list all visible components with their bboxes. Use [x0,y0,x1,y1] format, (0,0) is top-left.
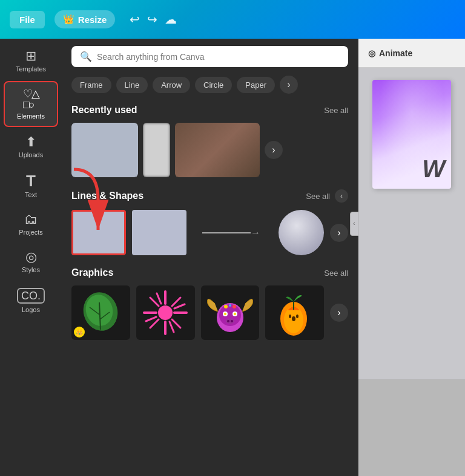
svg-point-34 [296,315,298,318]
svg-line-16 [174,304,185,308]
lines-shapes-title: Lines & Shapes [71,191,143,201]
animate-bar: ◎ Animate [358,39,465,68]
recent-square-shape [71,123,138,177]
uploads-icon: ⬆ [25,135,36,149]
bottom-panel [358,379,465,476]
sidebar-item-templates[interactable]: ⊞ Templates [4,44,58,79]
svg-line-17 [146,317,156,321]
chip-frame[interactable]: Frame [71,77,111,93]
svg-point-26 [231,320,233,322]
chip-circle[interactable]: Circle [195,77,232,93]
graphics-title: Graphics [71,267,113,278]
redo-button[interactable]: ↪ [147,12,157,27]
svg-point-25 [227,320,229,322]
sidebar-item-text[interactable]: T Text [4,167,58,204]
arrow-head-icon: → [251,227,260,238]
shape-line-arrow[interactable]: → [193,210,272,255]
svg-point-28 [232,305,236,308]
list-item[interactable] [136,285,195,340]
papaya-graphic [271,289,319,337]
recent-photo [175,123,260,177]
shapes-scroll-right[interactable]: › [330,224,348,242]
projects-label: Projects [19,229,43,236]
svg-line-15 [170,322,174,332]
animate-icon: ◎ [368,48,375,58]
list-item[interactable] [71,123,138,177]
recently-used-grid: › [71,123,348,177]
styles-icon: ◎ [25,250,37,264]
sunburst-graphic [140,289,191,337]
recently-used-scroll-right[interactable]: › [265,141,283,159]
svg-line-14 [157,293,161,304]
canvas-card: W [372,80,451,189]
svg-point-23 [234,313,236,315]
svg-point-5 [158,305,173,320]
panel-collapse-button[interactable]: ‹ [350,212,358,236]
elements-panel: 🔍 Frame Line Arrow Circle Paper › Recent… [62,39,358,476]
undo-button[interactable]: ↩ [130,12,140,27]
elements-icon: ♡△□○ [23,88,39,110]
list-item[interactable] [143,123,170,177]
recent-rect-shape [143,123,170,177]
header-actions: ↩ ↪ ☁ [130,12,177,27]
chip-paper[interactable]: Paper [237,77,275,93]
canvas-preview: W ‹ [358,68,465,379]
svg-point-29 [229,304,231,307]
sidebar-item-logos[interactable]: CO. Logos [4,282,58,319]
graphics-header: Graphics See all [71,267,348,278]
shape-circle[interactable] [279,210,324,255]
photo-placeholder [175,123,260,177]
list-item[interactable] [175,123,260,177]
shape-square[interactable] [132,210,186,255]
animate-button[interactable]: ◎ Animate [368,48,412,58]
text-label: Text [25,191,37,198]
graphics-scroll-right[interactable]: › [330,304,348,322]
animate-label: Animate [379,48,412,58]
uploads-label: Uploads [19,151,43,158]
app-header: File 👑 Resize ↩ ↪ ☁ [0,0,465,39]
lines-shapes-grid: → › [71,210,348,255]
bull-skull-graphic [203,289,257,337]
graphics-grid: 👑 [71,285,348,340]
line-with-arrow: → [202,227,263,238]
lines-shapes-header: Lines & Shapes See all ‹ [71,189,348,203]
projects-icon: 🗂 [24,213,38,226]
chip-arrow[interactable]: Arrow [153,77,190,93]
templates-label: Templates [16,65,46,73]
chip-line[interactable]: Line [116,77,148,93]
recently-used-title: Recently used [71,105,137,116]
chips-more-button[interactable]: › [280,76,298,94]
svg-line-10 [150,298,159,306]
main-layout: ⊞ Templates ♡△□○ Elements ⬆ Uploads T Te… [0,39,465,476]
list-item[interactable] [265,285,324,340]
resize-button[interactable]: 👑 Resize [54,10,116,28]
list-item[interactable] [201,285,260,340]
svg-line-13 [150,319,159,328]
lines-shapes-collapse[interactable]: ‹ [335,189,348,203]
cloud-save-button[interactable]: ☁ [165,12,177,27]
resize-label: Resize [78,15,107,25]
sidebar-item-elements[interactable]: ♡△□○ Elements [4,81,58,127]
svg-point-27 [224,305,228,308]
recently-used-see-all[interactable]: See all [324,106,348,115]
left-sidebar: ⊞ Templates ♡△□○ Elements ⬆ Uploads T Te… [0,39,62,476]
graphics-see-all[interactable]: See all [324,269,348,278]
lines-shapes-see-all[interactable]: See all [306,192,330,201]
templates-icon: ⊞ [25,50,36,63]
premium-badge: 👑 [74,327,85,337]
sidebar-item-uploads[interactable]: ⬆ Uploads [4,129,58,165]
line-body [202,232,251,233]
svg-point-22 [224,313,226,315]
crown-icon: 👑 [63,14,74,25]
file-button[interactable]: File [10,11,45,28]
search-input[interactable] [97,52,340,62]
sidebar-item-styles[interactable]: ◎ Styles [4,244,58,279]
text-icon: T [26,173,36,189]
search-bar: 🔍 [71,46,348,67]
sidebar-item-projects[interactable]: 🗂 Projects [4,207,58,242]
shape-square-selected[interactable] [71,210,126,255]
svg-line-12 [172,298,180,306]
list-item[interactable]: 👑 [71,285,130,340]
filter-chips: Frame Line Arrow Circle Paper › [71,76,348,94]
search-icon: 🔍 [80,51,92,62]
